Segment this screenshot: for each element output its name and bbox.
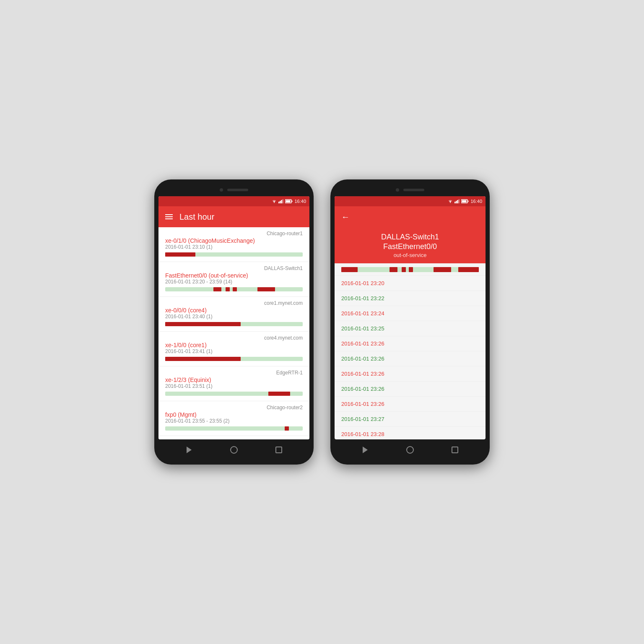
phone-screen-1: 16:40 Last hour Chicago-router1xe-0/1/0 … [158, 196, 309, 439]
list-content-1: Chicago-router1xe-0/1/0 (ChicagoMusicExc… [158, 227, 309, 439]
detail-list-item-2[interactable]: 2016-01-01 23:24 [335, 306, 486, 321]
svg-rect-6 [286, 200, 291, 203]
list-item-3[interactable]: core4.mynet.comxe-1/0/0 (core1)2016-01-0… [158, 332, 309, 366]
timeline-bar-5 [165, 426, 303, 431]
detail-list-item-4[interactable]: 2016-01-01 23:26 [335, 336, 486, 351]
list-item-router-3: core4.mynet.com [165, 335, 303, 341]
list-item-time-1: 2016-01-01 23:20 - 23:59 (14) [165, 279, 303, 285]
home-button-2[interactable] [406, 446, 414, 454]
list-item-router-4: EdgeRTR-1 [165, 370, 303, 376]
detail-list: 2016-01-01 23:202016-01-01 23:222016-01-… [335, 276, 486, 439]
list-item-time-4: 2016-01-01 23:51 (1) [165, 383, 303, 389]
detail-list-item-0[interactable]: 2016-01-01 23:20 [335, 276, 486, 291]
detail-timeline-bar [341, 267, 479, 272]
status-time-2: 16:40 [470, 199, 482, 204]
timeline-segment-5-0 [285, 426, 289, 431]
detail-title-line2: FastEthernet0/0 [341, 242, 479, 252]
status-bar-2: 16:40 [335, 196, 486, 206]
list-item-name-3: xe-1/0/0 (core1) [165, 342, 303, 348]
recent-button-1[interactable] [275, 447, 282, 453]
list-item-name-0: xe-0/1/0 (ChicagoMusicExchange) [165, 237, 303, 244]
status-bar-1: 16:40 [158, 196, 309, 206]
back-button-appbar[interactable] [341, 212, 350, 222]
home-button-1[interactable] [230, 446, 238, 454]
timeline-bar-2 [165, 322, 303, 326]
wifi-icon [272, 199, 277, 203]
phone-top-bar-1 [158, 184, 309, 196]
timeline-bar-1 [165, 287, 303, 291]
svg-point-8 [450, 203, 451, 203]
timeline-segment-2-0 [165, 322, 241, 326]
timeline-segment-1-0 [213, 287, 222, 291]
timeline-bar-4 [165, 392, 303, 396]
list-item-time-2: 2016-01-01 23:40 (1) [165, 314, 303, 319]
list-item-1[interactable]: DALLAS-Switch1FastEthernet0/0 (out-of-se… [158, 262, 309, 297]
detail-list-item-3[interactable]: 2016-01-01 23:25 [335, 321, 486, 336]
timeline-bar-3 [165, 357, 303, 361]
list-item-router-0: Chicago-router1 [165, 231, 303, 236]
timeline-segment-4-0 [268, 392, 290, 396]
signal-icon [278, 199, 283, 203]
list-item-name-4: xe-1/2/3 (Equinix) [165, 377, 303, 383]
recent-button-2[interactable] [452, 447, 458, 453]
list-item-5[interactable]: Chicago-router2fxp0 (Mgmt)2016-01-01 23:… [158, 401, 309, 436]
signal-icon-2 [454, 199, 460, 203]
status-icons-2: 16:40 [448, 199, 482, 204]
back-button-1[interactable] [187, 447, 192, 453]
svg-rect-3 [281, 200, 283, 203]
phone-top-bar-2 [335, 184, 486, 196]
svg-rect-14 [462, 200, 467, 203]
battery-icon-2 [461, 199, 469, 203]
svg-rect-10 [456, 201, 457, 203]
app-bar-title-1: Last hour [179, 212, 214, 222]
phone-bottom-bar-1 [158, 439, 309, 460]
wifi-icon-2 [448, 199, 453, 203]
svg-rect-9 [454, 202, 456, 203]
detail-list-item-1[interactable]: 2016-01-01 23:22 [335, 291, 486, 306]
camera-2 [396, 188, 399, 192]
detail-list-item-9[interactable]: 2016-01-01 23:27 [335, 412, 486, 427]
detail-list-item-5[interactable]: 2016-01-01 23:26 [335, 351, 486, 366]
phone-2: 16:40 DALLAS-Switch1 FastEthernet0/0 out… [330, 179, 490, 465]
detail-title-line1: DALLAS-Switch1 [341, 232, 479, 242]
svg-rect-15 [468, 201, 469, 202]
list-item-time-0: 2016-01-01 23:10 (1) [165, 244, 303, 250]
svg-rect-7 [292, 201, 293, 202]
list-item-name-1: FastEthernet0/0 (out-of-service) [165, 272, 303, 279]
timeline-segment-1-2 [233, 287, 237, 291]
detail-list-item-7[interactable]: 2016-01-01 23:26 [335, 382, 486, 397]
svg-rect-11 [457, 200, 459, 203]
list-item-router-1: DALLAS-Switch1 [165, 265, 303, 271]
phone-bottom-bar-2 [335, 439, 486, 460]
detail-list-item-8[interactable]: 2016-01-01 23:26 [335, 397, 486, 412]
phone-screen-2: 16:40 DALLAS-Switch1 FastEthernet0/0 out… [335, 196, 486, 439]
list-item-name-2: xe-0/0/0 (core4) [165, 307, 303, 314]
list-item-4[interactable]: EdgeRTR-1xe-1/2/3 (Equinix)2016-01-01 23… [158, 366, 309, 401]
hamburger-menu[interactable] [165, 214, 173, 219]
battery-icon [285, 199, 293, 203]
svg-rect-2 [280, 201, 281, 203]
app-bar-2 [335, 206, 486, 227]
list-item-router-5: Chicago-router2 [165, 405, 303, 410]
list-item-time-5: 2016-01-01 23:55 - 23:55 (2) [165, 418, 303, 424]
back-button-2[interactable] [363, 447, 368, 453]
timeline-bar-0 [165, 252, 303, 257]
list-item-time-3: 2016-01-01 23:41 (1) [165, 348, 303, 354]
list-item-2[interactable]: core1.mynet.comxe-0/0/0 (core4)2016-01-0… [158, 297, 309, 332]
list-item-router-2: core1.mynet.com [165, 300, 303, 306]
timeline-segment-1-1 [226, 287, 230, 291]
svg-rect-12 [459, 199, 460, 203]
detail-subtitle: out-of-service [341, 252, 479, 258]
status-icons-1: 16:40 [272, 199, 306, 204]
speaker-2 [403, 189, 424, 191]
detail-list-item-10[interactable]: 2016-01-01 23:28 [335, 427, 486, 439]
detail-header: DALLAS-Switch1 FastEthernet0/0 out-of-se… [335, 227, 486, 264]
speaker-1 [227, 189, 248, 191]
camera-1 [220, 188, 223, 192]
status-time-1: 16:40 [294, 199, 306, 204]
timeline-segment-1-3 [257, 287, 275, 291]
timeline-segment-0-0 [165, 252, 195, 257]
list-item-0[interactable]: Chicago-router1xe-0/1/0 (ChicagoMusicExc… [158, 227, 309, 262]
list-item-name-5: fxp0 (Mgmt) [165, 411, 303, 418]
detail-list-item-6[interactable]: 2016-01-01 23:26 [335, 366, 486, 382]
